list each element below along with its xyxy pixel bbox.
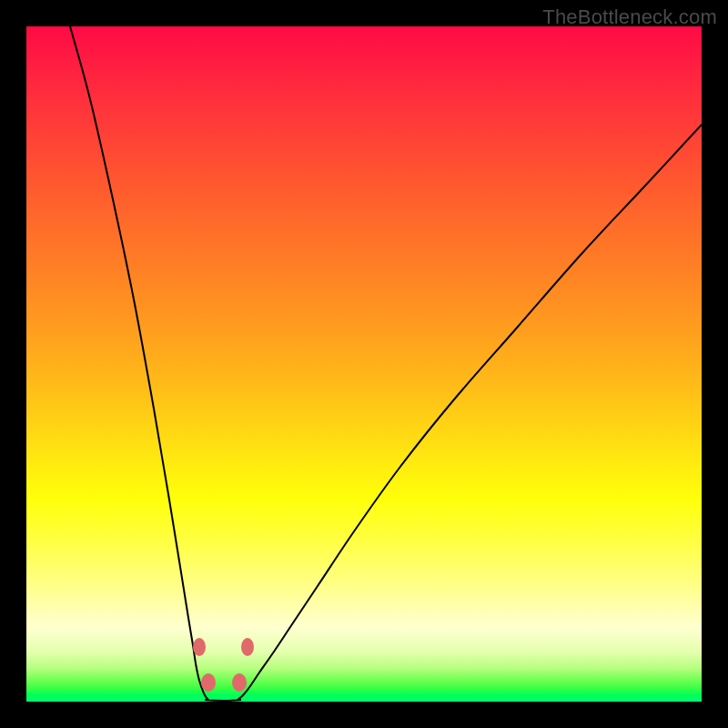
chart-stage: TheBottleneck.com — [0, 0, 728, 728]
watermark-text: TheBottleneck.com — [542, 5, 717, 29]
bottleneck-curve — [70, 26, 702, 701]
dip-marker — [241, 638, 254, 656]
dip-marker — [232, 673, 247, 692]
dip-marker — [201, 673, 216, 692]
curve-layer — [26, 26, 702, 702]
dip-marker — [193, 638, 206, 656]
dip-markers — [193, 638, 254, 692]
plot-area — [26, 26, 702, 702]
